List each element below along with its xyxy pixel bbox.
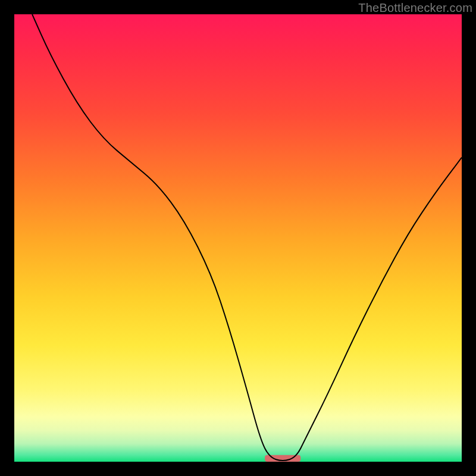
bottleneck-curve: [32, 14, 462, 461]
chart-overlay: [14, 14, 462, 462]
chart-frame: [14, 14, 462, 462]
watermark-text: TheBottlenecker.com: [358, 1, 472, 15]
